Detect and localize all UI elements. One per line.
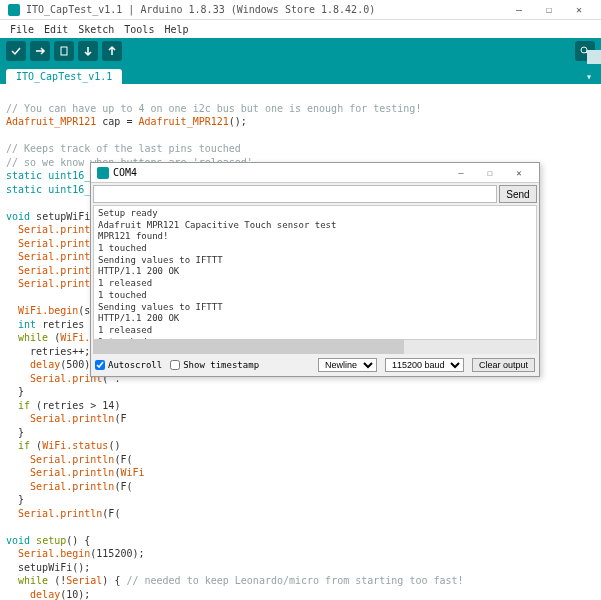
- serial-title-left: COM4: [97, 167, 137, 179]
- save-button[interactable]: [102, 41, 122, 61]
- code-token: static uint16_t: [6, 170, 96, 181]
- minimize-button[interactable]: —: [505, 1, 533, 19]
- code-token: Serial: [6, 481, 66, 492]
- code-token: .print: [54, 251, 90, 262]
- code-token: Serial: [6, 278, 54, 289]
- baud-select[interactable]: 115200 baud: [385, 358, 464, 372]
- arduino-icon: [8, 4, 20, 16]
- code-token: while: [6, 332, 48, 343]
- code-token: setup: [30, 535, 66, 546]
- code-token: Adafruit_MPR121: [6, 116, 96, 127]
- code-token: Adafruit_MPR121: [138, 116, 228, 127]
- code-token: void: [6, 535, 30, 546]
- menubar: File Edit Sketch Tools Help: [0, 20, 601, 38]
- code-token: WiFi: [120, 467, 144, 478]
- code-token: cap =: [96, 116, 138, 127]
- main-titlebar: ITO_CapTest_v1.1 | Arduino 1.8.33 (Windo…: [0, 0, 601, 20]
- maximize-button[interactable]: ☐: [535, 1, 563, 19]
- code-token: () {: [66, 535, 90, 546]
- code-token: static uint16_t: [6, 184, 96, 195]
- timestamp-checkbox[interactable]: Show timestamp: [170, 360, 259, 370]
- menu-tools[interactable]: Tools: [120, 24, 158, 35]
- serial-scrollbar[interactable]: [93, 340, 537, 354]
- code-token: Serial: [6, 251, 54, 262]
- code-token: (: [48, 332, 60, 343]
- serial-minimize-button[interactable]: —: [447, 165, 475, 181]
- new-button[interactable]: [54, 41, 74, 61]
- code-token: .print: [54, 265, 90, 276]
- code-line: setupWiFi();: [6, 562, 90, 573]
- serial-send-button[interactable]: Send: [499, 185, 537, 203]
- code-token: (115200);: [90, 548, 144, 559]
- code-token: delay: [6, 359, 60, 370]
- code-token: if: [6, 400, 30, 411]
- title-left: ITO_CapTest_v1.1 | Arduino 1.8.33 (Windo…: [8, 4, 375, 16]
- clear-output-button[interactable]: Clear output: [472, 358, 535, 372]
- tabbar: ITO_CapTest_v1.1 ▾: [0, 64, 601, 84]
- upload-button[interactable]: [30, 41, 50, 61]
- serial-input[interactable]: [93, 185, 497, 203]
- code-token: Serial: [6, 467, 66, 478]
- serial-title: COM4: [113, 167, 137, 178]
- window-title: ITO_CapTest_v1.1 | Arduino 1.8.33 (Windo…: [26, 4, 375, 15]
- code-token: setupWiFi: [30, 211, 90, 222]
- code-token: WiFi: [6, 305, 42, 316]
- code-token: (: [30, 440, 42, 451]
- menu-sketch[interactable]: Sketch: [74, 24, 118, 35]
- code-token: ) {: [102, 575, 126, 586]
- code-line: }: [6, 494, 24, 505]
- code-token: ();: [229, 116, 247, 127]
- code-token: while: [6, 575, 48, 586]
- code-token: Serial: [6, 413, 66, 424]
- code-token: Serial: [6, 265, 54, 276]
- toolbar: [0, 38, 601, 64]
- line-ending-select[interactable]: Newline: [318, 358, 377, 372]
- code-token: // needed to keep Leonardo/micro from st…: [126, 575, 463, 586]
- serial-output[interactable]: Setup ready Adafruit MPR121 Capacitive T…: [93, 205, 537, 340]
- serial-monitor-window: COM4 — ☐ ✕ Send Setup ready Adafruit MPR…: [90, 162, 540, 377]
- serial-close-button[interactable]: ✕: [505, 165, 533, 181]
- tab-corner: [587, 50, 601, 64]
- serial-titlebar: COM4 — ☐ ✕: [91, 163, 539, 183]
- serial-maximize-button[interactable]: ☐: [476, 165, 504, 181]
- serial-window-controls: — ☐ ✕: [447, 165, 533, 181]
- code-token: (): [108, 440, 120, 451]
- code-token: (retries > 14): [30, 400, 120, 411]
- code-token: if: [6, 440, 30, 451]
- tab-menu-icon[interactable]: ▾: [581, 68, 597, 84]
- code-token: WiFi: [42, 440, 66, 451]
- code-token: .println: [66, 454, 114, 465]
- autoscroll-label: Autoscroll: [108, 360, 162, 370]
- window-controls: — ☐ ✕: [505, 1, 593, 19]
- code-line: }: [6, 427, 24, 438]
- close-button[interactable]: ✕: [565, 1, 593, 19]
- code-token: int: [6, 319, 36, 330]
- menu-help[interactable]: Help: [160, 24, 192, 35]
- code-token: .begin: [54, 548, 90, 559]
- code-token: (10);: [60, 589, 90, 600]
- code-line: retries++;: [6, 346, 90, 357]
- code-line: // Keeps track of the last pins touched: [6, 143, 241, 154]
- code-token: .println: [66, 481, 114, 492]
- menu-edit[interactable]: Edit: [40, 24, 72, 35]
- autoscroll-checkbox[interactable]: Autoscroll: [95, 360, 162, 370]
- svg-rect-0: [61, 47, 67, 55]
- code-token: Serial: [6, 238, 54, 249]
- code-token: delay: [6, 589, 60, 600]
- code-token: (F: [114, 413, 126, 424]
- code-token: .println: [54, 508, 102, 519]
- verify-button[interactable]: [6, 41, 26, 61]
- code-token: Serial: [6, 224, 54, 235]
- timestamp-label: Show timestamp: [183, 360, 259, 370]
- code-token: (F(: [102, 508, 120, 519]
- code-token: (F(: [114, 454, 132, 465]
- sketch-tab[interactable]: ITO_CapTest_v1.1: [6, 69, 122, 84]
- code-line: // You can have up to 4 on one i2c bus b…: [6, 103, 421, 114]
- code-token: .println: [66, 467, 114, 478]
- menu-file[interactable]: File: [6, 24, 38, 35]
- code-token: .status: [66, 440, 108, 451]
- code-token: Serial: [6, 454, 66, 465]
- open-button[interactable]: [78, 41, 98, 61]
- code-token: WiFi: [60, 332, 84, 343]
- code-token: Serial: [6, 548, 54, 559]
